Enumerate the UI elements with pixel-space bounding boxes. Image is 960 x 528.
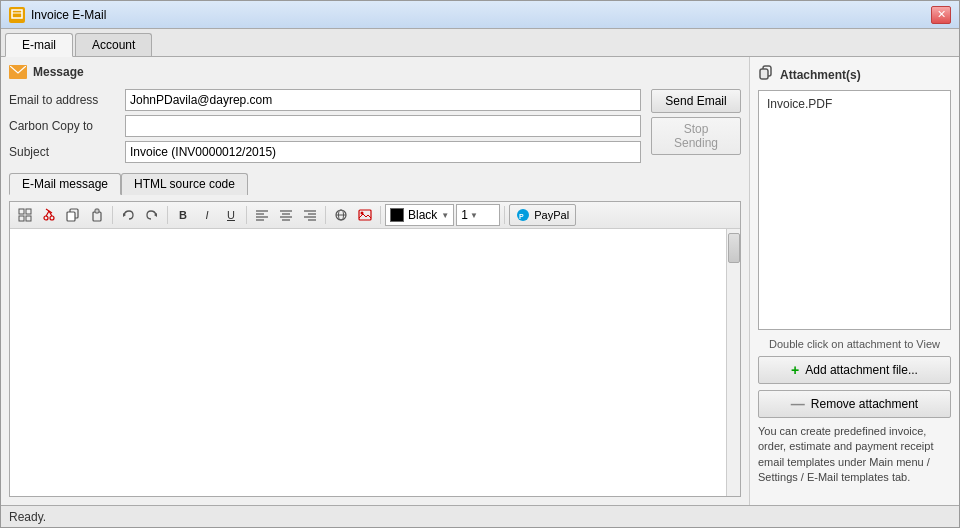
editor-tabs: E-Mail message HTML source code <box>9 173 741 195</box>
tab-email-message[interactable]: E-Mail message <box>9 173 121 195</box>
svg-rect-0 <box>12 10 22 18</box>
add-attachment-button[interactable]: + Add attachment file... <box>758 356 951 384</box>
email-row: Email to address <box>9 89 641 111</box>
left-panel: Message Email to address Carbon Copy to <box>1 57 749 505</box>
top-form-area: Email to address Carbon Copy to Subject <box>9 89 741 163</box>
remove-attachment-button[interactable]: — Remove attachment <box>758 390 951 418</box>
svg-rect-33 <box>359 210 371 220</box>
window-title: Invoice E-Mail <box>31 8 106 22</box>
color-swatch <box>390 208 404 222</box>
cc-label: Carbon Copy to <box>9 119 119 133</box>
separator4 <box>325 206 326 224</box>
editor-scrollbar[interactable] <box>726 229 740 496</box>
message-icon <box>9 65 27 79</box>
svg-rect-15 <box>95 209 99 213</box>
svg-line-9 <box>46 211 49 216</box>
action-buttons: Send Email Stop Sending <box>651 89 741 155</box>
svg-rect-38 <box>760 69 768 79</box>
subject-label: Subject <box>9 145 119 159</box>
svg-rect-5 <box>19 216 24 221</box>
title-bar: Invoice E-Mail ✕ <box>1 1 959 29</box>
subject-row: Subject <box>9 141 641 163</box>
editor-wrapper: B I U <box>9 201 741 497</box>
paste-button[interactable] <box>86 204 108 226</box>
svg-point-8 <box>50 216 54 220</box>
color-label: Black <box>408 208 437 222</box>
underline-button[interactable]: U <box>220 204 242 226</box>
attachments-header: Attachment(s) <box>758 65 951 84</box>
view-btn[interactable] <box>14 204 36 226</box>
scroll-thumb[interactable] <box>728 233 740 263</box>
align-left-button[interactable] <box>251 204 273 226</box>
cc-input[interactable] <box>125 115 641 137</box>
svg-rect-6 <box>26 216 31 221</box>
separator2 <box>167 206 168 224</box>
svg-point-7 <box>44 216 48 220</box>
help-text: You can create predefined invoice, order… <box>758 424 951 486</box>
paypal-label: PayPal <box>534 209 569 221</box>
email-input[interactable] <box>125 89 641 111</box>
add-attachment-label: Add attachment file... <box>805 363 918 377</box>
remove-attachment-label: Remove attachment <box>811 397 918 411</box>
svg-rect-3 <box>19 209 24 214</box>
color-dropdown[interactable]: Black ▼ <box>385 204 454 226</box>
separator1 <box>112 206 113 224</box>
plus-icon: + <box>791 362 799 378</box>
paypal-button[interactable]: P PayPal <box>509 204 576 226</box>
size-label: 1 <box>461 208 468 222</box>
color-dropdown-arrow: ▼ <box>441 211 449 220</box>
cc-row: Carbon Copy to <box>9 115 641 137</box>
undo-button[interactable] <box>117 204 139 226</box>
cut-button[interactable] <box>38 204 60 226</box>
separator5 <box>380 206 381 224</box>
editor-toolbar: B I U <box>10 202 740 229</box>
main-content: Message Email to address Carbon Copy to <box>1 57 959 505</box>
double-click-hint: Double click on attachment to View <box>758 338 951 350</box>
size-dropdown[interactable]: 1 ▼ <box>456 204 500 226</box>
main-window: Invoice E-Mail ✕ E-mail Account Message <box>0 0 960 528</box>
attachment-item[interactable]: Invoice.PDF <box>763 95 946 113</box>
email-label: Email to address <box>9 93 119 107</box>
form-fields: Email to address Carbon Copy to Subject <box>9 89 641 163</box>
send-email-button[interactable]: Send Email <box>651 89 741 113</box>
tab-account[interactable]: Account <box>75 33 152 56</box>
tabs-bar: E-mail Account <box>1 29 959 57</box>
size-dropdown-arrow: ▼ <box>470 211 478 220</box>
svg-rect-4 <box>26 209 31 214</box>
separator6 <box>504 206 505 224</box>
attachments-list[interactable]: Invoice.PDF <box>758 90 951 330</box>
tab-html-source[interactable]: HTML source code <box>121 173 248 195</box>
svg-line-11 <box>46 209 52 213</box>
status-text: Ready. <box>9 510 46 524</box>
status-bar: Ready. <box>1 505 959 527</box>
right-panel: Attachment(s) Invoice.PDF Double click o… <box>749 57 959 505</box>
tab-email[interactable]: E-mail <box>5 33 73 57</box>
minus-icon: — <box>791 396 805 412</box>
message-section-label: Message <box>33 65 84 79</box>
image-button[interactable] <box>354 204 376 226</box>
attachments-label: Attachment(s) <box>780 68 861 82</box>
stop-sending-button[interactable]: Stop Sending <box>651 117 741 155</box>
close-button[interactable]: ✕ <box>931 6 951 24</box>
separator3 <box>246 206 247 224</box>
bold-button[interactable]: B <box>172 204 194 226</box>
subject-input[interactable] <box>125 141 641 163</box>
align-right-button[interactable] <box>299 204 321 226</box>
svg-rect-13 <box>67 212 75 221</box>
italic-button[interactable]: I <box>196 204 218 226</box>
link-button[interactable] <box>330 204 352 226</box>
paperclip-icon <box>758 65 774 84</box>
copy-button[interactable] <box>62 204 84 226</box>
message-section-header: Message <box>9 65 741 79</box>
align-center-button[interactable] <box>275 204 297 226</box>
svg-text:P: P <box>519 213 524 220</box>
editor-body <box>10 229 740 496</box>
redo-button[interactable] <box>141 204 163 226</box>
editor-content-area[interactable] <box>10 229 726 496</box>
app-icon <box>9 7 25 23</box>
